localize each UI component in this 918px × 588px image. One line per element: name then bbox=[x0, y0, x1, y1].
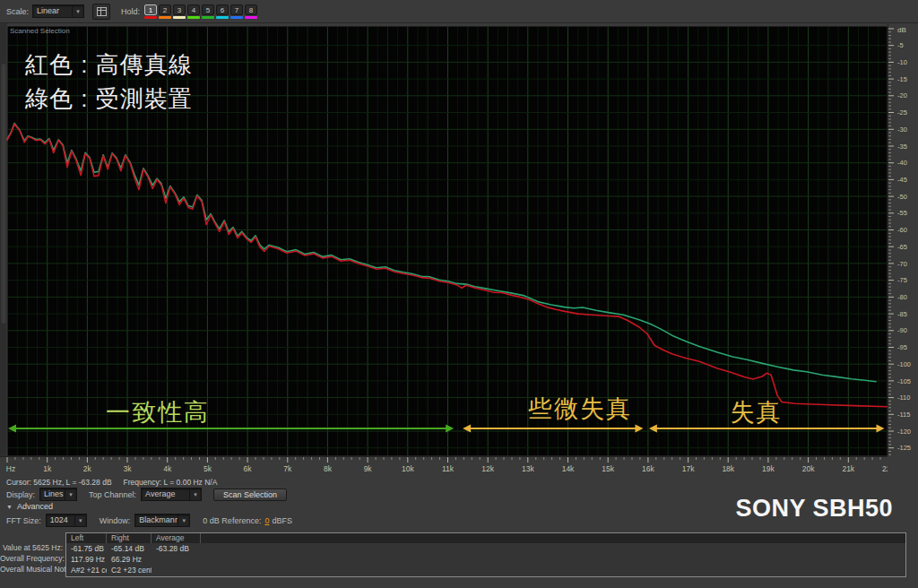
toolbar: Scale: Linear ▾ Hold: 12345678 bbox=[0, 0, 918, 23]
fft-size-label: FFT Size: bbox=[6, 516, 41, 525]
hold-button-number: 7 bbox=[230, 4, 243, 15]
x-tick-label: 4k bbox=[163, 464, 172, 473]
channel-graphs-icon bbox=[97, 7, 107, 16]
chevron-down-icon: ▾ bbox=[72, 5, 83, 17]
x-tick-label: 5k bbox=[204, 464, 212, 473]
table-cell-filler bbox=[201, 554, 905, 565]
hold-label: Hold: bbox=[121, 7, 140, 16]
table-row: -61.75 dB-65.14 dB-63.28 dB bbox=[66, 543, 905, 554]
frequency-text: Frequency: L = 0.00 Hz N/A bbox=[124, 478, 218, 487]
hold-button-number: 4 bbox=[187, 4, 200, 15]
table-cell: 117.99 Hz bbox=[66, 554, 107, 565]
chevron-down-icon: ▾ bbox=[189, 489, 201, 500]
window-label: Window: bbox=[100, 516, 131, 525]
y-tick-label: -55 bbox=[897, 209, 907, 217]
x-tick-label: 6k bbox=[244, 464, 253, 473]
display-label: Display: bbox=[6, 490, 35, 499]
y-tick-label: -120 bbox=[897, 428, 911, 436]
cursor-status: Cursor: 5625 Hz, L = -63.28 dB Frequency… bbox=[6, 478, 217, 487]
y-tick-label: -105 bbox=[897, 377, 911, 385]
x-tick-label: 16k bbox=[642, 464, 654, 473]
hold-button-5[interactable]: 5 bbox=[202, 4, 214, 19]
y-tick-label: -110 bbox=[897, 393, 910, 402]
y-tick-label: -65 bbox=[897, 243, 907, 251]
hold-color-swatch bbox=[144, 16, 157, 19]
window-value: Blackmann-Harris bbox=[135, 514, 178, 526]
y-tick-label: -30 bbox=[897, 125, 907, 134]
hold-button-2[interactable]: 2 bbox=[159, 4, 171, 19]
x-tick-label: 21k bbox=[842, 464, 854, 473]
y-tick-label: -125 bbox=[897, 444, 911, 452]
hold-color-swatch bbox=[230, 16, 243, 19]
table-cell-filler bbox=[201, 565, 905, 575]
y-tick-label: -40 bbox=[897, 159, 907, 167]
y-tick-label: -5 bbox=[897, 41, 904, 49]
chevron-down-icon: ▾ bbox=[74, 514, 86, 526]
y-axis-unit-label: dB bbox=[897, 26, 906, 34]
y-tick-label: -45 bbox=[897, 176, 907, 184]
table-row-label: Value at 5625 Hz: bbox=[0, 542, 63, 553]
table-row-label: Overall Musical Note: bbox=[0, 564, 63, 575]
channel-graphs-button[interactable] bbox=[92, 4, 110, 20]
x-tick-label: 20k bbox=[802, 464, 815, 473]
scale-dropdown[interactable]: Linear ▾ bbox=[32, 4, 84, 18]
top-channel-dropdown[interactable]: Average ▾ bbox=[141, 488, 202, 501]
display-dropdown[interactable]: Lines ▾ bbox=[39, 488, 77, 501]
table-row-labels: Value at 5625 Hz:Overall Frequency:Overa… bbox=[0, 542, 63, 575]
hold-button-3[interactable]: 3 bbox=[173, 4, 186, 19]
y-tick-label: -20 bbox=[897, 91, 907, 99]
x-tick-label: 1k bbox=[43, 464, 52, 473]
y-tick-label: -25 bbox=[897, 108, 907, 117]
table-cell: -63.28 dB bbox=[152, 543, 201, 554]
advanced-toggle[interactable]: ▼ Advanced bbox=[6, 502, 53, 511]
hold-color-swatch bbox=[245, 16, 257, 19]
hold-button-6[interactable]: 6 bbox=[216, 4, 229, 19]
fft-size-dropdown[interactable]: 1024 ▾ bbox=[46, 514, 87, 527]
hold-button-1[interactable]: 1 bbox=[144, 4, 157, 19]
y-tick-label: -15 bbox=[897, 75, 907, 83]
scan-selection-button[interactable]: Scan Selection bbox=[213, 489, 287, 501]
chevron-down-icon: ▾ bbox=[65, 489, 76, 500]
hold-color-swatch bbox=[202, 16, 214, 19]
x-tick-label: 9k bbox=[364, 464, 373, 473]
reference-unit: dBFS bbox=[272, 516, 292, 525]
x-tick-label: 14k bbox=[562, 464, 575, 473]
spectrum-chart[interactable]: Hz1k2k3k4k5k6k7k8k9k10k11k12k13k14k15k16… bbox=[0, 23, 918, 476]
hold-button-7[interactable]: 7 bbox=[230, 4, 243, 19]
y-tick-label: -85 bbox=[897, 310, 907, 318]
top-channel-value: Average bbox=[142, 489, 189, 500]
x-tick-label: 17k bbox=[682, 464, 695, 473]
top-channel-label: Top Channel: bbox=[89, 490, 136, 499]
hold-button-4[interactable]: 4 bbox=[187, 4, 200, 19]
x-tick-label: 8k bbox=[324, 464, 333, 473]
scale-label: Scale: bbox=[6, 7, 29, 16]
y-tick-label: -80 bbox=[897, 293, 907, 301]
y-tick-label: -75 bbox=[897, 276, 907, 284]
disclosure-triangle-icon: ▼ bbox=[6, 504, 13, 510]
y-tick-label: -50 bbox=[897, 193, 907, 201]
table-header-filler bbox=[201, 533, 905, 543]
display-value: Lines bbox=[40, 489, 65, 500]
hold-color-swatch bbox=[216, 16, 229, 19]
y-tick-label: -95 bbox=[897, 343, 907, 351]
x-tick-label: Hz bbox=[6, 464, 15, 473]
hold-button-8[interactable]: 8 bbox=[245, 4, 257, 19]
y-tick-label: -60 bbox=[897, 226, 907, 234]
table-cell: -65.14 dB bbox=[107, 543, 152, 554]
watermark-text: SONY SBH50 bbox=[735, 495, 893, 523]
window-dropdown[interactable]: Blackmann-Harris ▾ bbox=[134, 514, 190, 527]
y-tick-label: -35 bbox=[897, 143, 907, 151]
hold-button-number: 5 bbox=[202, 4, 214, 15]
table-cell bbox=[152, 565, 201, 575]
results-table: LeftRightAverage-61.75 dB-65.14 dB-63.28… bbox=[65, 532, 906, 577]
table-cell: -61.75 dB bbox=[66, 543, 107, 554]
table-cell: C2 +23 cents bbox=[107, 565, 152, 575]
cursor-text: Cursor: 5625 Hz, L = -63.28 dB bbox=[6, 478, 112, 487]
table-cell: A#2 +21 cents bbox=[66, 565, 107, 575]
table-row: A#2 +21 centsC2 +23 cents bbox=[66, 565, 905, 575]
x-tick-label: 18k bbox=[722, 464, 734, 473]
hold-color-swatch bbox=[187, 16, 200, 19]
reference-label: 0 dB Reference: bbox=[203, 516, 261, 525]
reference-value[interactable]: 0 bbox=[264, 516, 269, 525]
x-tick-label: 3k bbox=[124, 464, 133, 473]
